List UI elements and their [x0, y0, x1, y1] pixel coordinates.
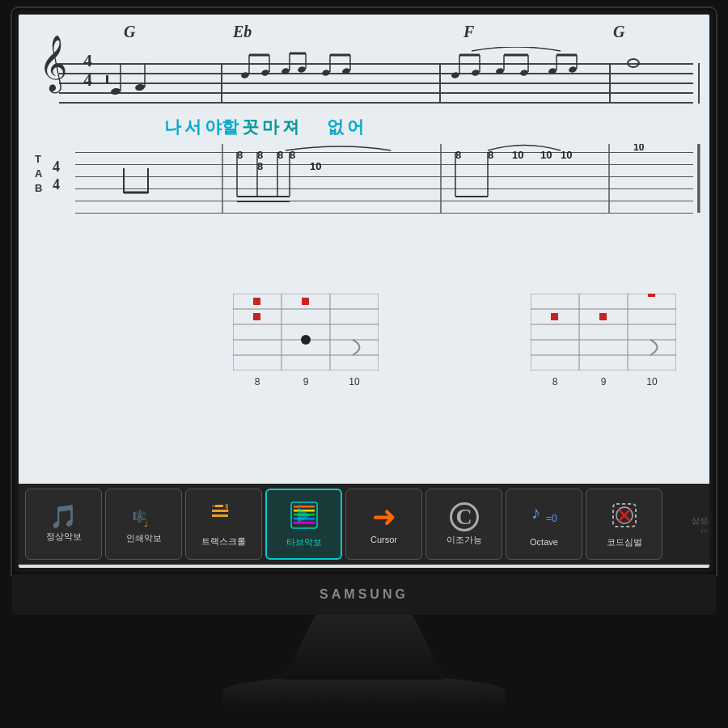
- sheet-area: G Eb F G 𝄞: [19, 15, 709, 484]
- tab-numbers-svg: 8 8 8 8 8 10: [75, 144, 709, 225]
- monitor-stand: [283, 615, 445, 679]
- svg-text:8: 8: [257, 160, 263, 172]
- svg-text:♪: ♪: [531, 502, 540, 523]
- transpose-button[interactable]: C 이조가능: [425, 489, 502, 560]
- svg-rect-93: [212, 505, 215, 507]
- tab-score-icon: [290, 501, 319, 534]
- svg-point-2: [134, 83, 145, 91]
- chord-symbol-label: 코드심벌: [607, 537, 642, 548]
- track-scroll-icon: 1 2: [210, 502, 238, 533]
- svg-text:8: 8: [257, 149, 263, 161]
- svg-text:8: 8: [455, 149, 461, 161]
- octave-label: Octave: [530, 537, 558, 548]
- svg-rect-76: [302, 298, 309, 305]
- track-scroll-button[interactable]: 1 2 트랙스크롤: [185, 489, 262, 560]
- svg-text:2: 2: [225, 503, 228, 509]
- svg-text:10: 10: [512, 149, 523, 161]
- fret-num-9b: 9: [579, 376, 628, 387]
- lyric-1: 나: [164, 116, 181, 138]
- monitor-base: [222, 675, 506, 708]
- samsung-corner-logo: 삼성시 ♩♪: [692, 515, 709, 534]
- notation-area: 𝄞 4 4: [35, 47, 693, 330]
- lyric-3: 야할: [205, 116, 239, 138]
- chord-F: F: [463, 23, 474, 41]
- treble-staff: 𝄞 4 4: [35, 47, 693, 128]
- tab-letters: T A B: [35, 152, 42, 197]
- fret-diagram-1-svg: [233, 294, 379, 370]
- lyric-2: 서: [184, 116, 201, 138]
- monitor-bezel: G Eb F G 𝄞: [12, 8, 716, 574]
- print-score-button[interactable]: 🎼 ♩ 인쇄악보: [105, 489, 182, 560]
- svg-point-75: [301, 335, 311, 345]
- svg-rect-73: [253, 298, 260, 305]
- svg-point-5: [240, 71, 249, 78]
- svg-rect-74: [253, 313, 260, 320]
- fret-diagram-2-svg: [531, 294, 676, 370]
- bar-line-4: [698, 63, 700, 104]
- svg-point-30: [548, 67, 557, 74]
- svg-text:8: 8: [290, 149, 295, 161]
- lyric-8: 어: [347, 116, 364, 138]
- fret-num-10: 10: [330, 376, 379, 387]
- svg-text:10: 10: [310, 160, 321, 172]
- chord-Eb: Eb: [233, 23, 252, 41]
- track-scroll-label: 트랙스크롤: [201, 536, 246, 547]
- normal-score-label: 정상악보: [46, 531, 82, 542]
- svg-point-32: [568, 66, 577, 73]
- normal-score-button[interactable]: 🎵 정상악보: [25, 489, 102, 560]
- svg-text:♩: ♩: [144, 519, 148, 528]
- fret-num-9: 9: [281, 376, 330, 387]
- lyric-4: 꼿: [242, 116, 259, 138]
- cursor-button[interactable]: ➜ Cursor: [345, 489, 422, 560]
- fret-num-8: 8: [233, 376, 281, 387]
- svg-point-10: [281, 67, 290, 74]
- print-score-label: 인쇄악보: [126, 533, 162, 544]
- chord-symbol-icon: [610, 501, 639, 534]
- svg-point-27: [519, 69, 528, 76]
- toolbar: 🎵 정상악보 🎼 ♩ 인쇄악보: [19, 484, 709, 565]
- svg-rect-89: [599, 313, 607, 320]
- fret-diagrams-container: 8 9 10: [233, 294, 676, 387]
- svg-point-0: [110, 87, 121, 95]
- chord-G1: G: [124, 23, 135, 41]
- chord-G2: G: [613, 23, 624, 41]
- cursor-label: Cursor: [370, 535, 397, 545]
- fret-diagram-2: 8 9 10: [531, 294, 676, 387]
- svg-point-12: [297, 66, 306, 73]
- svg-text:10: 10: [540, 149, 552, 161]
- svg-point-35: [628, 59, 639, 67]
- tab-staff-container: T A B 4 4: [35, 152, 693, 214]
- lyric-6: 져: [282, 116, 299, 138]
- cursor-icon: ➜: [372, 502, 396, 531]
- svg-text:10: 10: [561, 149, 572, 161]
- svg-point-20: [451, 71, 459, 78]
- screen: G Eb F G 𝄞: [19, 15, 709, 568]
- octave-button[interactable]: ♪ =0 Octave: [506, 489, 582, 560]
- normal-score-icon: 🎵: [49, 506, 78, 528]
- svg-point-15: [321, 69, 330, 76]
- fret-num-8b: 8: [531, 376, 579, 387]
- monitor: G Eb F G 𝄞: [0, 0, 728, 728]
- svg-rect-88: [551, 313, 558, 320]
- transpose-icon: C: [450, 502, 479, 531]
- svg-text:10: 10: [633, 144, 645, 153]
- svg-text:8: 8: [277, 149, 283, 161]
- svg-text:8: 8: [237, 149, 243, 161]
- fret-num-10b: 10: [628, 376, 676, 387]
- tab-time-sig: 4 4: [53, 159, 60, 193]
- chord-symbol-button[interactable]: 코드심벌: [586, 489, 662, 560]
- svg-rect-95: [212, 514, 228, 517]
- fret-diagram-1: 8 9 10: [233, 294, 379, 387]
- monitor-brand: SAMSUNG: [12, 574, 716, 615]
- svg-text:=0: =0: [546, 513, 557, 524]
- transpose-label: 이조가능: [447, 535, 482, 545]
- tab-score-button[interactable]: 타브악보: [265, 489, 342, 560]
- svg-rect-4: [106, 75, 108, 83]
- svg-point-17: [341, 67, 350, 74]
- svg-point-25: [495, 67, 504, 74]
- lyric-7: 없: [327, 116, 344, 138]
- fret-nums-1: 8 9 10: [233, 376, 379, 387]
- treble-notes: [35, 47, 693, 124]
- lyric-5: 마: [262, 116, 279, 138]
- tab-score-label: 타브악보: [286, 537, 322, 548]
